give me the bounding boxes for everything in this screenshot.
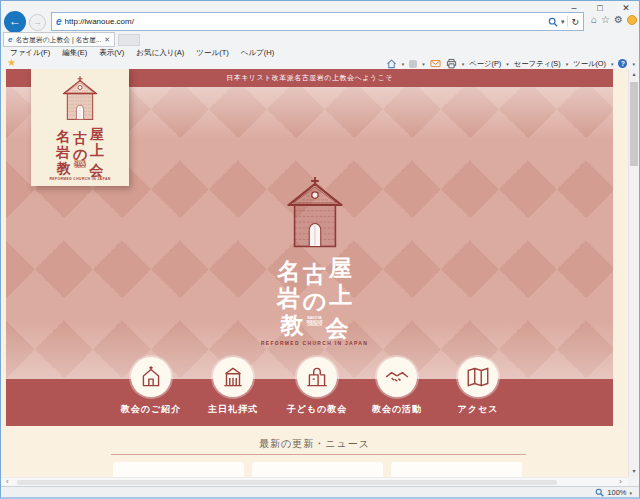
news-section-title: 最新の更新・ニュース — [1, 426, 628, 451]
logo-en-caption: REFORMED CHURCH IN JAPAN — [240, 340, 390, 346]
divider — [567, 16, 568, 27]
favorites-icon[interactable]: ☆ — [601, 14, 610, 26]
menu-file[interactable]: ファイル(F) — [10, 48, 50, 58]
help-icon[interactable]: ? — [618, 59, 627, 68]
nav-item-children-church[interactable]: 子どもの教会 — [275, 357, 359, 416]
refresh-icon[interactable]: ↻ — [571, 17, 579, 27]
nav-circle — [213, 357, 253, 397]
logo-text-row-1: 名 古 屋 — [240, 257, 390, 280]
nav-label: 主日礼拝式 — [208, 403, 258, 416]
logo-text-row-1: 名 古 屋 — [31, 127, 129, 141]
command-bar: ★ ▾ ▾ ▾ ページ(P) ▾ セーフティ(S) ▾ ツール(O) ▾ ? ▾ — [1, 58, 639, 69]
logo-char: 上 — [329, 284, 352, 307]
read-mail-icon[interactable] — [430, 58, 441, 69]
rss-feed-icon[interactable] — [409, 60, 417, 68]
tools-menu-button[interactable]: ツール(O) — [573, 59, 606, 69]
scroll-right-icon[interactable]: › — [619, 478, 622, 486]
menu-tools[interactable]: ツール(T) — [196, 48, 228, 58]
logo-subname: NAGOYA IWANOUE CHURCH — [306, 311, 322, 334]
url-input[interactable]: http://iwanoue.com/ — [65, 17, 545, 26]
safety-menu-button[interactable]: セーフティ(S) — [514, 59, 561, 69]
status-bar: 100% ▾ — [1, 486, 639, 497]
scroll-down-icon[interactable]: ▾ — [629, 466, 639, 477]
safety-dropdown-icon[interactable]: ▾ — [566, 61, 569, 67]
nav-item-access[interactable]: アクセス — [436, 357, 520, 416]
news-card[interactable] — [391, 462, 522, 477]
menu-view[interactable]: 表示(V) — [99, 48, 124, 58]
hero-center-logo: 名 古 屋 岩 の 上 教 NAGOYA IWANOUE CHURCH — [240, 175, 390, 346]
logo-en-caption: REFORMED CHURCH IN JAPAN — [31, 177, 129, 181]
nav-item-worship-service[interactable]: 主日礼拝式 — [191, 357, 275, 416]
search-icon[interactable] — [548, 17, 558, 27]
feedback-smiley-icon[interactable] — [627, 15, 637, 25]
logo-char: 名 — [56, 129, 70, 143]
back-button[interactable]: ← — [4, 11, 26, 33]
nav-label: 子どもの教会 — [287, 403, 348, 416]
logo-char: の — [73, 147, 87, 161]
church-intro-icon — [138, 364, 164, 390]
logo-char: 名 — [277, 260, 300, 283]
vertical-scrollbar-thumb[interactable] — [630, 82, 638, 166]
page-menu-button[interactable]: ページ(P) — [469, 59, 501, 69]
address-dropdown-icon[interactable]: ▾ — [561, 18, 565, 26]
hero-section: 日本キリスト改革派名古屋岩の上教会へようこそ 名 古 屋 岩 の 上 教 — [6, 69, 613, 426]
browser-window: – □ ✕ ← → e http://iwanoue.com/ ▾ ↻ ⌂ ☆ … — [0, 0, 640, 499]
logo-char: 会 — [326, 317, 349, 340]
logo-text-row-3: 教 NAGOYA IWANOUE CHURCH 会 — [240, 311, 390, 334]
menu-help[interactable]: ヘルプ(H) — [241, 48, 274, 58]
scroll-up-icon[interactable]: ▴ — [629, 69, 639, 80]
worship-service-icon — [220, 364, 246, 390]
divider — [111, 454, 526, 455]
site-logo-card[interactable]: 名 古 屋 岩 の 上 教 NAGOYA IWANOUE CHURCH — [31, 69, 129, 186]
nav-label: 教会の活動 — [372, 403, 422, 416]
print-dropdown-icon[interactable]: ▾ — [462, 61, 465, 67]
church-illustration-icon — [283, 175, 347, 249]
tab-title: 名古屋岩の上教会 | 名古屋... — [15, 35, 101, 45]
logo-char: 教 — [57, 161, 71, 175]
home-dropdown-icon[interactable]: ▾ — [402, 61, 405, 67]
horizontal-scrollbar-thumb[interactable] — [17, 480, 557, 485]
ie-favicon-icon: e — [56, 16, 62, 27]
favorites-bar-star-icon[interactable]: ★ — [7, 57, 16, 68]
address-bar[interactable]: e http://iwanoue.com/ ▾ ↻ — [51, 12, 584, 31]
news-card[interactable] — [113, 462, 244, 477]
home-page-icon[interactable] — [386, 58, 397, 69]
children-church-icon — [304, 364, 330, 390]
nav-label: 教会のご紹介 — [121, 403, 181, 416]
menu-favorites[interactable]: お気に入り(A) — [136, 48, 184, 58]
page-viewport: 日本キリスト改革派名古屋岩の上教会へようこそ 名 古 屋 岩 の 上 教 — [1, 69, 628, 477]
tools-dropdown-icon[interactable]: ▾ — [611, 61, 614, 67]
zoom-control[interactable]: 100% ▾ — [595, 488, 632, 497]
forward-button[interactable]: → — [29, 14, 46, 31]
zoom-magnifier-icon — [595, 488, 604, 497]
scroll-left-icon[interactable]: ‹ — [6, 478, 9, 486]
vertical-scrollbar[interactable]: ▴ ▾ — [628, 69, 639, 477]
nav-item-church-intro[interactable]: 教会のご紹介 — [109, 357, 193, 416]
tab-favicon-icon: e — [8, 35, 12, 44]
logo-text-row-2: 岩 の 上 — [240, 284, 390, 307]
home-icon[interactable]: ⌂ — [591, 14, 597, 26]
gear-icon[interactable]: ⚙ — [614, 14, 623, 26]
nav-item-church-activities[interactable]: 教会の活動 — [355, 357, 439, 416]
news-card[interactable] — [252, 462, 383, 477]
print-icon[interactable] — [446, 58, 457, 69]
new-tab-button[interactable] — [118, 34, 140, 46]
menu-edit[interactable]: 編集(E) — [62, 48, 87, 58]
tab-active[interactable]: e 名古屋岩の上教会 | 名古屋... ✕ — [3, 32, 115, 47]
nav-label: アクセス — [458, 403, 499, 416]
help-dropdown-icon[interactable]: ▾ — [632, 61, 635, 67]
access-map-icon — [465, 364, 491, 390]
nav-circle — [297, 357, 337, 397]
command-bar-buttons: ▾ ▾ ▾ ページ(P) ▾ セーフティ(S) ▾ ツール(O) ▾ ? ▾ — [386, 58, 635, 69]
logo-char: 屋 — [90, 127, 104, 141]
browser-action-icons: ⌂ ☆ ⚙ — [591, 14, 637, 26]
zoom-dropdown-icon[interactable]: ▾ — [629, 490, 632, 496]
feed-dropdown-icon[interactable]: ▾ — [422, 61, 425, 67]
browser-chrome: – □ ✕ ← → e http://iwanoue.com/ ▾ ↻ ⌂ ☆ … — [1, 1, 639, 69]
tab-close-icon[interactable]: ✕ — [104, 36, 110, 44]
page-dropdown-icon[interactable]: ▾ — [506, 61, 509, 67]
logo-char: 会 — [89, 163, 103, 177]
horizontal-scrollbar[interactable]: ‹ › — [1, 477, 628, 486]
logo-char: 教 — [280, 314, 303, 337]
logo-char: 岩 — [56, 145, 70, 159]
